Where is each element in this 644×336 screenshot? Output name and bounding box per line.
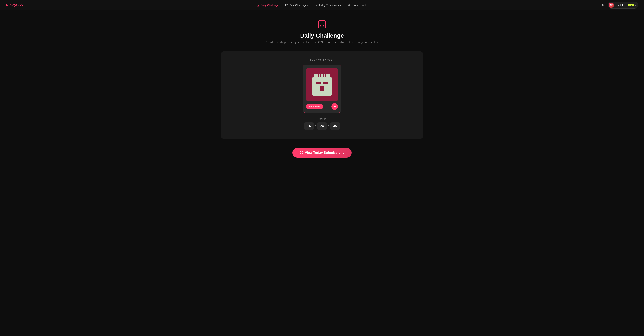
nav-right: ✕ FE Frank Eno PRO ▾ (600, 2, 638, 9)
user-initials: FE (610, 4, 613, 6)
nav-link-daily-challenge[interactable]: Daily Challenge (254, 2, 281, 8)
grid-cell-1 (300, 151, 301, 153)
separator-2: : (328, 124, 329, 128)
chevron-down-icon: ▾ (635, 4, 636, 6)
card-image (306, 68, 338, 101)
view-submissions-button[interactable]: View Today Submissions (292, 148, 352, 158)
card-actions: Play now! (306, 103, 338, 110)
folder-icon (285, 4, 288, 6)
robot-eye-left (316, 82, 321, 84)
page-icon (317, 19, 327, 29)
grid-icon (300, 151, 303, 154)
brand-name: playCSS (10, 3, 23, 7)
challenge-card[interactable]: Play now! (303, 65, 341, 113)
robot-eyes (316, 82, 328, 84)
user-avatar: FE (609, 2, 614, 8)
spike-3 (319, 73, 320, 78)
nav-label-leaderboard: Leaderboard (352, 4, 366, 6)
calendar-code-large-icon (317, 19, 327, 29)
svg-rect-6 (318, 21, 326, 28)
countdown-hours: 16 (304, 122, 314, 130)
grid-cell-2 (302, 151, 303, 153)
today-target-label: TODAY'S TARGET (310, 58, 334, 61)
challenge-area: TODAY'S TARGET (221, 51, 423, 139)
nav-link-leaderboard[interactable]: Leaderboard (345, 2, 368, 8)
trophy-icon (348, 4, 350, 6)
play-now-button[interactable]: Play now! (306, 104, 323, 109)
nav-label-daily-challenge: Daily Challenge (261, 4, 279, 6)
robot-head (312, 77, 332, 96)
clock-icon (315, 4, 318, 6)
play-circle-button[interactable] (331, 103, 338, 110)
spike-7 (328, 73, 330, 78)
countdown-seconds: 35 (330, 122, 340, 130)
robot-spikes (312, 73, 332, 78)
grid-cell-3 (300, 153, 301, 154)
nav-links: Daily Challenge Past Challenges Today Su… (254, 2, 368, 8)
nav-label-today-submissions: Today Submissions (319, 4, 341, 6)
play-icon (6, 4, 8, 6)
separator-1: : (315, 124, 316, 128)
spike-1 (314, 73, 316, 78)
robot-mouth (320, 86, 324, 91)
user-menu[interactable]: FE Frank Eno PRO ▾ (608, 2, 638, 9)
nav-label-past-challenges: Past Challenges (289, 4, 308, 6)
main-content: Daily Challenge Create a shape everyday … (0, 10, 644, 166)
ends-in-label: Ends in (318, 118, 326, 120)
pro-badge: PRO (628, 4, 634, 6)
calendar-code-icon (257, 4, 260, 6)
countdown: 16 : 24 : 35 (304, 122, 340, 130)
svg-rect-0 (257, 4, 259, 6)
view-submissions-label: View Today Submissions (305, 151, 344, 155)
play-triangle-icon (334, 105, 336, 108)
logo[interactable]: playCSS (6, 3, 23, 7)
navbar: playCSS Daily Challenge Past Challenges (0, 0, 644, 10)
user-name: Frank Eno (616, 4, 626, 6)
grid-cell-4 (302, 153, 303, 154)
page-subtitle: Create a shape everyday with pure CSS. H… (266, 41, 378, 44)
spike-4 (321, 73, 323, 78)
robot-face-art (312, 73, 332, 96)
spike-6 (326, 73, 328, 78)
robot-eye-right (323, 82, 328, 84)
nav-link-today-submissions[interactable]: Today Submissions (312, 2, 344, 8)
page-title: Daily Challenge (300, 32, 344, 39)
spike-5 (324, 73, 325, 78)
spike-2 (316, 73, 318, 78)
nav-link-past-challenges[interactable]: Past Challenges (283, 2, 310, 8)
x-twitter-icon[interactable]: ✕ (600, 2, 606, 8)
countdown-minutes: 24 (317, 122, 327, 130)
